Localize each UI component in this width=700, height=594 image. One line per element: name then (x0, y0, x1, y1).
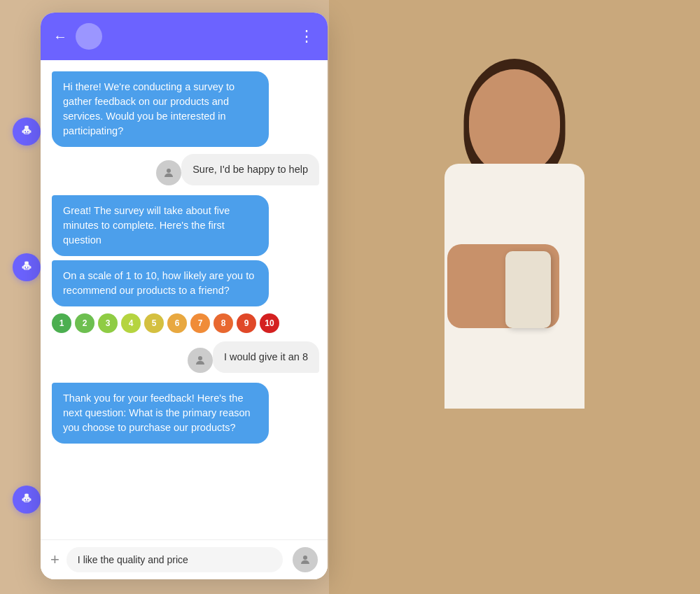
attachment-button[interactable]: + (50, 551, 59, 569)
back-button[interactable]: ← (53, 29, 67, 45)
rating-btn-6[interactable]: 6 (167, 313, 187, 333)
background-image (329, 0, 700, 594)
user-bubble-2: I would give it an 8 (213, 341, 319, 373)
side-bot-avatar-2 (13, 253, 41, 281)
message-row-bot-4: Thank you for your feedback! Here's the … (41, 383, 328, 444)
rating-btn-1[interactable]: 1 (52, 313, 71, 333)
svg-point-20 (27, 499, 29, 500)
bot-bubble-3: On a scale of 1 to 10, how likely are yo… (52, 260, 269, 306)
user-bubble-1: Sure, I'd be happy to help (181, 154, 319, 185)
chat-header-left: ← (53, 23, 102, 50)
rating-btn-3[interactable]: 3 (98, 313, 118, 333)
side-bot-avatar-1 (13, 118, 41, 146)
svg-point-3 (24, 131, 26, 132)
svg-rect-13 (24, 269, 29, 269)
rating-btn-9[interactable]: 9 (237, 313, 256, 333)
message-input[interactable]: I like the quality and price (66, 547, 283, 572)
more-button[interactable]: ⋮ (299, 27, 315, 45)
rating-btn-4[interactable]: 4 (121, 313, 141, 333)
svg-rect-7 (30, 130, 31, 133)
chat-widget: ← ⋮ Hi there! We're conducting a survey … (41, 13, 328, 579)
woman-figure (388, 34, 640, 594)
bot-bubble-2: Great! The survey will take about five m… (52, 195, 269, 256)
rating-btn-10[interactable]: 10 (260, 313, 279, 333)
svg-point-11 (24, 267, 26, 268)
rating-btn-2[interactable]: 2 (75, 313, 94, 333)
svg-rect-23 (30, 498, 31, 501)
svg-rect-5 (24, 133, 29, 134)
message-row-user-1: Sure, I'd be happy to help (41, 154, 328, 185)
svg-rect-21 (24, 501, 29, 502)
bot-bubble-4: Thank you for your feedback! Here's the … (52, 383, 269, 444)
bot-bubble-1: Hi there! We're conducting a survey to g… (52, 71, 269, 147)
rating-btn-5[interactable]: 5 (144, 313, 164, 333)
svg-point-26 (303, 556, 307, 560)
chat-header: ← ⋮ (41, 13, 328, 60)
rating-buttons-row: 1 2 3 4 5 6 7 8 9 10 (41, 308, 328, 341)
svg-rect-6 (22, 130, 24, 133)
side-bot-avatar-3 (13, 486, 41, 514)
svg-point-24 (167, 169, 171, 173)
robot-icon-2 (19, 260, 34, 275)
svg-point-4 (27, 131, 29, 132)
user-avatar-2 (188, 348, 213, 373)
header-avatar (76, 23, 102, 50)
svg-rect-15 (30, 266, 31, 269)
user-avatar-3 (293, 547, 318, 572)
message-row-bot-3: On a scale of 1 to 10, how likely are yo… (41, 260, 328, 306)
robot-icon-1 (19, 124, 34, 139)
svg-rect-14 (22, 266, 24, 269)
svg-point-19 (24, 499, 26, 500)
page-root: ← ⋮ Hi there! We're conducting a survey … (0, 0, 700, 594)
user-avatar-1 (156, 160, 181, 185)
robot-icon-3 (19, 492, 34, 507)
message-row-bot-2: Great! The survey will take about five m… (41, 195, 328, 256)
rating-btn-7[interactable]: 7 (190, 313, 210, 333)
chat-body: Hi there! We're conducting a survey to g… (41, 60, 328, 539)
message-row-user-2: I would give it an 8 (41, 341, 328, 373)
message-row-bot-1: Hi there! We're conducting a survey to g… (41, 71, 328, 147)
phone-prop (505, 251, 551, 328)
svg-rect-22 (22, 498, 24, 501)
svg-point-12 (27, 267, 29, 268)
svg-point-25 (198, 356, 202, 360)
rating-btn-8[interactable]: 8 (214, 313, 233, 333)
chat-input-bar: + I like the quality and price (41, 539, 328, 579)
